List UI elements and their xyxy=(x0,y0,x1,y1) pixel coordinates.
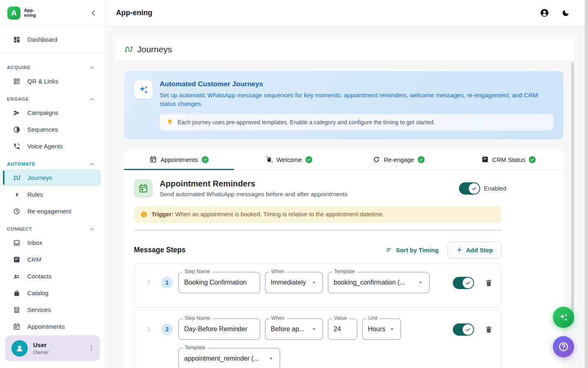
step-enabled-toggle[interactable] xyxy=(453,277,474,289)
sidebar-item-catalog[interactable]: Catalog xyxy=(4,285,101,301)
add-step-button[interactable]: Add Step xyxy=(448,242,501,258)
refresh-icon xyxy=(373,156,380,163)
sidebar-item-journeys[interactable]: Journeys xyxy=(4,169,101,186)
step-name-field[interactable]: Step Name Booking Confirmation xyxy=(178,272,260,293)
enabled-toggle[interactable] xyxy=(459,182,480,195)
tab-re-engage[interactable]: Re-engage xyxy=(344,150,454,170)
qr-code-icon xyxy=(13,78,20,85)
sidebar-item-label: Dashboard xyxy=(27,36,57,43)
sidebar-item-label: Rules xyxy=(27,191,43,198)
user-menu-button[interactable] xyxy=(88,345,95,352)
drag-handle-icon[interactable] xyxy=(146,277,152,288)
step-number-badge: 2 xyxy=(161,323,173,335)
tab-welcome[interactable]: Welcome xyxy=(234,150,344,170)
sidebar-section-acquire[interactable]: ACQUIRE xyxy=(0,58,105,73)
when-select[interactable]: When Before ap... xyxy=(265,319,323,340)
sidebar-item-label: Contacts xyxy=(27,273,51,280)
chevron-up-icon xyxy=(89,96,95,102)
value-field[interactable]: Value 24 xyxy=(328,319,357,340)
sidebar-item-qr-links[interactable]: QR & Links xyxy=(4,73,101,90)
sidebar-section-engage[interactable]: ENGAGE xyxy=(0,90,105,104)
step-card-2: 2 Step Name Day-Before Reminder Whe xyxy=(134,310,501,368)
field-label: Step Name xyxy=(183,269,212,274)
calendar-icon xyxy=(149,156,157,163)
field-label: When xyxy=(269,269,287,274)
trigger-banner: Trigger: When an appointment is booked. … xyxy=(134,206,501,223)
trigger-label: Trigger: xyxy=(151,211,174,218)
sidebar-item-re-engagement[interactable]: Re-engagement xyxy=(4,203,101,220)
sidebar-item-crm[interactable]: CRM xyxy=(4,251,101,268)
lightbulb-icon xyxy=(166,119,174,126)
sidebar-item-sequences[interactable]: Sequences xyxy=(4,121,101,138)
sidebar-item-label: Appointments xyxy=(27,323,65,330)
unit-select[interactable]: Unit Hours xyxy=(362,319,401,340)
people-icon xyxy=(13,273,20,280)
content-scrollbar[interactable] xyxy=(571,62,574,324)
sidebar-item-dashboard[interactable]: Dashboard xyxy=(4,31,101,48)
clock-icon xyxy=(13,208,20,215)
topbar-title: App-ening xyxy=(116,9,152,17)
message-steps-title: Message Steps xyxy=(134,246,185,254)
sidebar-item-label: Catalog xyxy=(27,289,49,296)
app-logo-letter: A xyxy=(11,9,17,18)
sidebar-item-appointments[interactable]: Appointments xyxy=(4,318,101,330)
inbox-icon xyxy=(13,239,20,247)
help-fab[interactable] xyxy=(553,336,574,357)
sidebar-item-contacts[interactable]: Contacts xyxy=(4,268,101,285)
dark-mode-button[interactable] xyxy=(561,9,570,17)
section-divider xyxy=(134,230,501,231)
check-badge-icon xyxy=(305,156,312,163)
drag-handle-icon[interactable] xyxy=(146,323,152,335)
delete-step-button[interactable] xyxy=(485,325,493,334)
sidebar-section-connect[interactable]: CONNECT xyxy=(0,220,105,234)
journeys-info-banner: Automated Customer Journeys Set up autom… xyxy=(124,71,564,139)
avatar xyxy=(11,340,28,357)
tab-crm-status[interactable]: CRM Status xyxy=(454,150,564,170)
template-select[interactable]: Template booking_confirmation (... xyxy=(328,272,430,293)
step-number-badge: 1 xyxy=(161,277,173,288)
phone-icon xyxy=(13,143,20,150)
sidebar-nav: Dashboard ACQUIRE QR & Links ENGAGE Camp… xyxy=(0,26,105,330)
sidebar-item-voice-agents[interactable]: Voice Agents xyxy=(4,138,101,155)
storefront-icon xyxy=(13,306,20,314)
sidebar-item-campaigns[interactable]: Campaigns xyxy=(4,104,101,121)
sidebar-item-services[interactable]: Services xyxy=(4,301,101,318)
info-icon xyxy=(140,211,147,218)
shopping-bag-icon xyxy=(13,289,20,297)
chevron-up-icon xyxy=(89,226,95,232)
app-logo-text: App- ening xyxy=(24,8,36,17)
sidebar-collapse-button[interactable] xyxy=(89,9,98,17)
tab-appointments[interactable]: Appointments xyxy=(124,150,234,170)
sparkles-icon xyxy=(134,80,153,99)
when-select[interactable]: When Immediately xyxy=(265,272,323,293)
calendar-icon xyxy=(134,179,153,198)
page-scrollbar[interactable] xyxy=(585,0,588,368)
toggle-check-icon xyxy=(463,324,473,335)
send-icon xyxy=(13,109,20,117)
sidebar-section-automate[interactable]: AUTOMATE xyxy=(0,155,105,169)
sidebar-item-label: QR & Links xyxy=(27,78,58,85)
sidebar-item-inbox[interactable]: Inbox xyxy=(4,234,101,251)
step-name-field[interactable]: Step Name Day-Before Reminder xyxy=(178,319,260,340)
account-button[interactable] xyxy=(540,8,549,18)
sidebar-item-label: CRM xyxy=(27,256,41,263)
check-badge-icon xyxy=(529,156,536,163)
sidebar-logo-row: A App- ening xyxy=(0,0,105,26)
ai-assistant-fab[interactable] xyxy=(553,307,574,328)
main-column: App-ening Journeys A xyxy=(105,0,588,368)
field-label: When xyxy=(269,315,287,321)
waving-hand-icon xyxy=(265,156,273,163)
kanban-icon xyxy=(481,156,489,163)
caret-down-icon xyxy=(389,326,395,332)
trigger-text: When an appointment is booked. Timing is… xyxy=(175,211,384,218)
topbar: App-ening xyxy=(105,0,588,26)
template-select[interactable]: Template appointment_reminder (... xyxy=(178,348,280,368)
plus-icon xyxy=(456,247,463,253)
delete-step-button[interactable] xyxy=(485,279,493,287)
app-logo: A xyxy=(7,7,20,20)
sidebar-item-rules[interactable]: Rules xyxy=(4,186,101,203)
user-card[interactable]: User Owner xyxy=(5,335,100,361)
sort-by-timing-button[interactable]: Sort by Timing xyxy=(386,247,439,254)
contrast-icon xyxy=(13,126,20,133)
step-enabled-toggle[interactable] xyxy=(453,323,474,336)
